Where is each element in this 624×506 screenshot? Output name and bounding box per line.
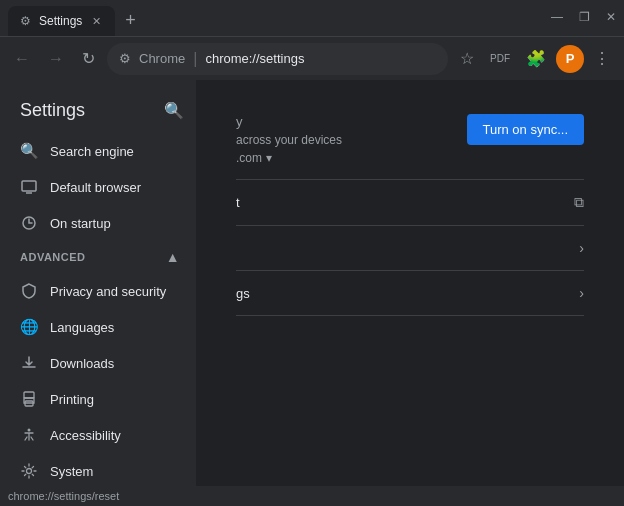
sidebar-item-downloads[interactable]: Downloads [0, 345, 196, 381]
sync-info: y across your devices .com ▾ [236, 114, 342, 165]
svg-point-5 [28, 429, 31, 432]
bookmark-button[interactable]: ☆ [454, 43, 480, 74]
content-row-3[interactable]: gs › [236, 271, 584, 316]
row3-text: gs [236, 286, 250, 301]
dropdown-arrow: ▾ [266, 151, 272, 165]
privacy-icon [20, 283, 38, 299]
sidebar-item-privacy[interactable]: Privacy and security [0, 273, 196, 309]
advanced-section-header[interactable]: Advanced ▲ [0, 241, 196, 273]
content-row-1[interactable]: t ⧉ [236, 180, 584, 226]
turn-on-sync-button[interactable]: Turn on sync... [467, 114, 585, 145]
sidebar-title: Settings [0, 88, 101, 133]
sidebar-item-label: Downloads [50, 356, 114, 371]
sidebar-item-accessibility[interactable]: Accessibility [0, 417, 196, 453]
search-icon[interactable]: 🔍 [164, 101, 184, 120]
default-browser-icon [20, 179, 38, 195]
minimize-button[interactable]: — [551, 10, 563, 24]
sidebar-item-label: System [50, 464, 93, 479]
downloads-icon [20, 355, 38, 371]
languages-icon: 🌐 [20, 318, 38, 336]
sidebar-item-default-browser[interactable]: Default browser [0, 169, 196, 205]
system-icon [20, 463, 38, 479]
toolbar-right: ☆ PDF 🧩 P ⋮ [454, 43, 616, 74]
chevron-up-icon: ▲ [166, 249, 180, 265]
extension-icon[interactable]: 🧩 [520, 43, 552, 74]
secure-icon: ⚙ [119, 51, 131, 66]
profile-button[interactable]: P [556, 45, 584, 73]
advanced-label: Advanced [20, 251, 86, 263]
maximize-button[interactable]: ❐ [579, 10, 590, 24]
row2-arrow-icon: › [579, 240, 584, 256]
reload-button[interactable]: ↻ [76, 43, 101, 74]
printing-icon [20, 391, 38, 407]
sync-subtext: across your devices [236, 133, 342, 147]
on-startup-icon [20, 215, 38, 231]
url-path: chrome://settings [205, 51, 304, 66]
sidebar-item-label: Accessibility [50, 428, 121, 443]
search-engine-icon: 🔍 [20, 142, 38, 160]
new-tab-button[interactable]: + [119, 10, 142, 31]
sidebar-item-printing[interactable]: Printing [0, 381, 196, 417]
svg-point-6 [27, 469, 32, 474]
menu-button[interactable]: ⋮ [588, 43, 616, 74]
status-url: chrome://settings/reset [8, 490, 119, 502]
title-bar: ⚙ Settings ✕ + — ❐ ✕ [0, 0, 624, 36]
sidebar-item-label: Privacy and security [50, 284, 166, 299]
tab-close-button[interactable]: ✕ [90, 13, 103, 30]
url-bar[interactable]: ⚙ Chrome | chrome://settings [107, 43, 448, 75]
tab-title: Settings [39, 14, 82, 28]
sidebar-item-label: Search engine [50, 144, 134, 159]
row3-arrow-icon: › [579, 285, 584, 301]
sidebar: Settings 🔍 🔍 Search engine Default brows… [0, 80, 196, 486]
status-bar: chrome://settings/reset [0, 486, 624, 506]
sync-row[interactable]: y across your devices .com ▾ Turn on syn… [236, 100, 584, 180]
content-area: y across your devices .com ▾ Turn on syn… [196, 80, 624, 486]
content-inner: y across your devices .com ▾ Turn on syn… [196, 80, 624, 336]
svg-rect-0 [22, 181, 36, 191]
settings-tab-icon: ⚙ [20, 14, 31, 28]
sidebar-item-languages[interactable]: 🌐 Languages [0, 309, 196, 345]
sidebar-item-on-startup[interactable]: On startup [0, 205, 196, 241]
main-layout: Settings 🔍 🔍 Search engine Default brows… [0, 80, 624, 486]
sidebar-item-search-engine[interactable]: 🔍 Search engine [0, 133, 196, 169]
window-controls: — ❐ ✕ [551, 10, 616, 24]
sidebar-item-system[interactable]: System [0, 453, 196, 486]
sidebar-item-label: On startup [50, 216, 111, 231]
sidebar-item-label: Printing [50, 392, 94, 407]
row1-external-icon: ⧉ [574, 194, 584, 211]
row1-text: t [236, 195, 240, 210]
accessibility-icon [20, 427, 38, 443]
back-button[interactable]: ← [8, 44, 36, 74]
email-text: .com [236, 151, 262, 165]
window-close-button[interactable]: ✕ [606, 10, 616, 24]
sidebar-item-label: Languages [50, 320, 114, 335]
url-domain: Chrome [139, 51, 185, 66]
forward-button[interactable]: → [42, 44, 70, 74]
address-bar: ← → ↻ ⚙ Chrome | chrome://settings ☆ PDF… [0, 36, 624, 80]
content-row-2[interactable]: › [236, 226, 584, 271]
sync-text: y [236, 114, 342, 129]
settings-tab[interactable]: ⚙ Settings ✕ [8, 6, 115, 36]
sidebar-item-label: Default browser [50, 180, 141, 195]
pdf-button[interactable]: PDF [484, 47, 516, 70]
svg-rect-3 [24, 392, 34, 398]
url-separator: | [193, 50, 197, 68]
